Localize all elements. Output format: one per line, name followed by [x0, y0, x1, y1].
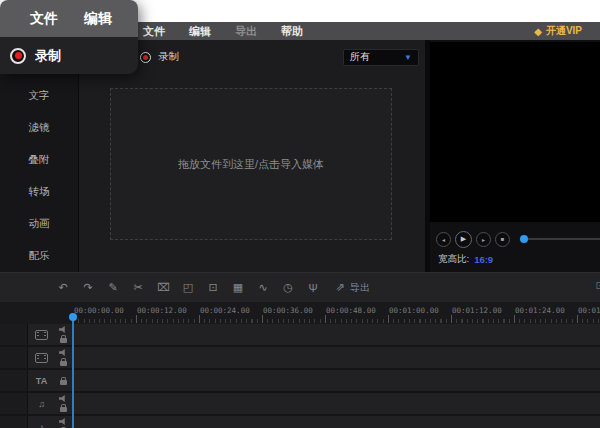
fit-timeline-icon[interactable]: ⊡ — [596, 280, 600, 291]
play-button[interactable]: ▶ — [455, 231, 472, 248]
record-icon — [10, 48, 26, 64]
ruler-timecode: 00:01:12.00 — [452, 306, 502, 315]
transport-controls: ◂▶▸■ — [430, 230, 600, 248]
vip-gem-icon: ◆ — [534, 26, 542, 37]
split-icon[interactable]: ✂ — [132, 281, 144, 294]
sidebar-item-动画[interactable]: 动画 — [29, 218, 50, 229]
mute-toggle-icon[interactable] — [59, 395, 67, 402]
duration-icon[interactable]: ◷ — [282, 281, 294, 294]
voiceover-track[interactable]: ♪ — [0, 416, 600, 428]
callout-menu-item-文件[interactable]: 文件 — [30, 10, 58, 28]
aspect-ratio-row: 宽高比: 16:9 — [430, 253, 600, 266]
media-filter-dropdown[interactable]: 所有 ▼ — [343, 49, 419, 66]
music-track-type-icon: ♫ — [28, 399, 55, 409]
export-button[interactable]: ⇗导出 — [334, 281, 370, 295]
dropzone-text: 拖放文件到这里/点击导入媒体 — [178, 157, 324, 172]
timeline-ruler[interactable]: 00:00:00.0000:00:12.0000:00:24.0000:00:3… — [0, 302, 600, 324]
video-preview — [430, 42, 600, 222]
callout-record-item[interactable]: 录制 — [0, 37, 138, 74]
video-track[interactable] — [0, 324, 600, 347]
ruler-timecode: 00:00:24.00 — [200, 306, 250, 315]
chevron-down-icon: ▼ — [404, 53, 412, 62]
track-spacer — [0, 416, 28, 428]
record-icon — [140, 52, 151, 63]
ruler-timecode: 00:00:00.00 — [74, 306, 124, 315]
screenshot-stage: 文件编辑导出帮助 ◆ 开通VIP 文字滤镜叠附转场动画配乐 录制 所有 ▼ — [0, 0, 600, 428]
mosaic-icon[interactable]: ▦ — [232, 281, 244, 294]
audio-wave-icon[interactable]: ∿ — [257, 281, 269, 294]
timeline-tracks: TA♫♪ — [0, 324, 600, 428]
import-media-dropzone[interactable]: 拖放文件到这里/点击导入媒体 — [110, 88, 392, 240]
track-type-glyph: TA — [36, 376, 47, 386]
lock-toggle-icon[interactable] — [60, 380, 67, 385]
record-label: 录制 — [158, 50, 179, 64]
pip-icon[interactable]: ⊡ — [207, 281, 219, 294]
open-vip-button[interactable]: ◆ 开通VIP — [534, 24, 582, 38]
sidebar-item-配乐[interactable]: 配乐 — [29, 250, 50, 261]
pip-track-flags — [55, 349, 71, 366]
sidebar-item-文字[interactable]: 文字 — [29, 90, 50, 101]
crop-icon[interactable]: ◰ — [182, 281, 194, 294]
menu-item-帮助[interactable]: 帮助 — [281, 24, 303, 39]
media-panel: 录制 所有 ▼ 拖放文件到这里/点击导入媒体 — [79, 40, 425, 272]
ruler-ticks — [73, 315, 600, 323]
menu-item-文件[interactable]: 文件 — [143, 24, 165, 39]
filter-selected-value: 所有 — [350, 50, 370, 64]
step-forward-button[interactable]: ▸ — [476, 232, 491, 247]
mute-toggle-icon[interactable] — [59, 349, 67, 356]
lock-toggle-icon[interactable] — [60, 361, 67, 366]
mute-toggle-icon[interactable] — [59, 326, 67, 333]
lock-toggle-icon[interactable] — [60, 338, 67, 343]
pip-track-type-icon — [28, 353, 55, 363]
sidebar-item-叠附[interactable]: 叠附 — [29, 154, 50, 165]
text-track-flags — [55, 377, 71, 385]
callout-menu-bar: 文件编辑 — [0, 0, 138, 37]
stop-button[interactable]: ■ — [495, 232, 510, 247]
text-track-type-icon: TA — [28, 376, 55, 386]
app-window: 文件编辑导出帮助 ◆ 开通VIP 文字滤镜叠附转场动画配乐 录制 所有 ▼ — [0, 22, 600, 428]
track-type-glyph: ♫ — [38, 399, 45, 409]
menu-zoom-callout: 文件编辑 录制 — [0, 0, 138, 74]
export-icon: ⇗ — [334, 281, 346, 294]
sidebar-item-转场[interactable]: 转场 — [29, 186, 50, 197]
film-strip-icon — [35, 353, 48, 363]
voiceover-mic-icon[interactable]: Ψ — [307, 282, 319, 294]
voiceover-track-content — [71, 416, 600, 428]
text-track-content — [71, 370, 600, 391]
edit-icon[interactable]: ✎ — [107, 281, 119, 294]
track-spacer — [0, 370, 28, 391]
sidebar-item-滤镜[interactable]: 滤镜 — [29, 122, 50, 133]
ruler-timecode: 00:00:36.00 — [263, 306, 313, 315]
ruler-timecode: 00:00:48.00 — [326, 306, 376, 315]
seek-handle[interactable] — [520, 235, 528, 243]
callout-menu-item-编辑[interactable]: 编辑 — [84, 10, 112, 28]
playhead-handle[interactable] — [69, 313, 77, 321]
aspect-ratio-label: 宽高比: — [438, 253, 469, 266]
aspect-ratio-value[interactable]: 16:9 — [474, 254, 493, 265]
lock-toggle-icon[interactable] — [60, 407, 67, 412]
voiceover-track-flags — [55, 418, 71, 428]
text-track[interactable]: TA — [0, 370, 600, 393]
film-strip-icon — [35, 330, 48, 340]
redo-icon[interactable]: ↷ — [82, 281, 94, 294]
record-button[interactable]: 录制 — [140, 50, 179, 64]
delete-icon[interactable]: ⌧ — [157, 281, 169, 294]
export-label: 导出 — [350, 281, 370, 295]
pip-track[interactable] — [0, 347, 600, 370]
seek-bar[interactable] — [520, 238, 600, 240]
mute-toggle-icon[interactable] — [59, 418, 67, 425]
track-spacer — [0, 324, 28, 345]
step-back-button[interactable]: ◂ — [436, 232, 451, 247]
undo-icon[interactable]: ↶ — [57, 281, 69, 294]
track-type-glyph: ♪ — [39, 422, 44, 428]
video-track-content — [71, 324, 600, 345]
ruler-timecode: 00:01:36.00 — [578, 306, 600, 315]
ruler-timecode: 00:00:12.00 — [137, 306, 187, 315]
track-spacer — [0, 393, 28, 414]
music-track[interactable]: ♫ — [0, 393, 600, 416]
playhead-line[interactable] — [72, 316, 74, 428]
video-track-flags — [55, 326, 71, 343]
preview-panel: ◂▶▸■ 宽高比: 16:9 — [430, 40, 600, 272]
menu-item-编辑[interactable]: 编辑 — [189, 24, 211, 39]
callout-record-label: 录制 — [35, 47, 61, 65]
